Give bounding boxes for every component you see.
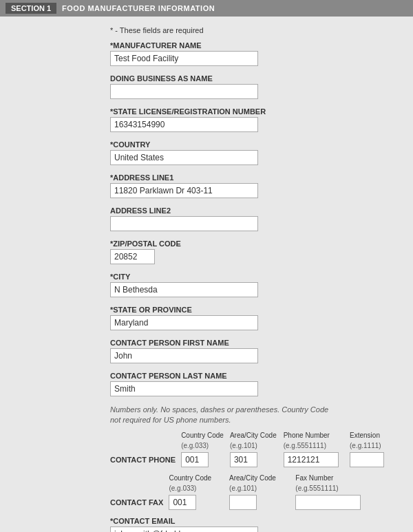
- city-label: *CITY: [110, 273, 392, 281]
- section-title: FOOD MANUFACTURER INFORMATION: [62, 4, 215, 12]
- phone-note: Numbers only. No spaces, dashes or paren…: [110, 405, 330, 426]
- contact-phone-label: CONTACT PHONE: [110, 451, 181, 469]
- dba-label: DOING BUSINESS AS NAME: [110, 74, 392, 83]
- eg-101-fax: (e.g.101): [229, 483, 295, 493]
- manufacturer-name-group: *MANUFACTURER NAME: [110, 41, 392, 66]
- section-number: SECTION 1: [6, 3, 56, 14]
- zip-label: *ZIP/POSTAL CODE: [110, 240, 392, 248]
- state-license-label: *STATE LICENSE/REGISTRATION NUMBER: [110, 107, 392, 116]
- address1-input[interactable]: [110, 183, 258, 198]
- col-phone-header: Phone Number: [284, 432, 350, 440]
- required-note: * - These fields are required: [0, 23, 413, 41]
- eg-033-fax: (e.g.033): [169, 483, 229, 493]
- city-input[interactable]: [110, 282, 258, 297]
- fax-number-input[interactable]: [295, 495, 361, 510]
- country-input[interactable]: [110, 150, 258, 165]
- fax-country-input[interactable]: [169, 495, 196, 510]
- col-ext-header: Extension: [350, 432, 392, 440]
- fax-col-area-header: Area/City Code: [229, 474, 295, 483]
- eg-1111-phone: (e.g.1111): [350, 440, 392, 451]
- phone-area-input[interactable]: [230, 452, 257, 467]
- address2-group: ADDRESS LINE2: [110, 206, 392, 231]
- address2-input[interactable]: [110, 216, 258, 231]
- country-label: *COUNTRY: [110, 140, 392, 149]
- col-area-code-header: Area/City Code: [230, 432, 284, 440]
- state-license-input[interactable]: [110, 117, 258, 132]
- address1-label: *ADDRESS LINE1: [110, 173, 392, 182]
- email-label: *CONTACT EMAIL: [110, 517, 392, 525]
- fax-area-input[interactable]: [229, 495, 257, 510]
- contact-fax-label: CONTACT FAX: [110, 493, 169, 511]
- phone-country-input[interactable]: [181, 452, 209, 467]
- eg-101-phone: (e.g.101): [230, 440, 284, 451]
- contact-last-label: CONTACT PERSON LAST NAME: [110, 372, 392, 380]
- contact-first-group: CONTACT PERSON FIRST NAME: [110, 339, 392, 363]
- contact-last-input[interactable]: [110, 381, 258, 396]
- eg-5551111-phone: (e.g.5551111): [284, 440, 350, 451]
- zip-input[interactable]: [110, 249, 155, 264]
- city-group: *CITY: [110, 273, 392, 297]
- phone-number-input[interactable]: [284, 452, 339, 467]
- address1-group: *ADDRESS LINE1: [110, 173, 392, 198]
- section-header: SECTION 1 FOOD MANUFACTURER INFORMATION: [0, 0, 413, 17]
- zip-group: *ZIP/POSTAL CODE: [110, 240, 392, 264]
- contact-first-input[interactable]: [110, 348, 258, 363]
- fax-col-country-header: Country Code: [169, 474, 229, 483]
- state-license-group: *STATE LICENSE/REGISTRATION NUMBER: [110, 107, 392, 132]
- state-label: *STATE OR PROVINCE: [110, 306, 392, 314]
- country-group: *COUNTRY: [110, 140, 392, 165]
- email-input[interactable]: [110, 526, 258, 532]
- form-body: *MANUFACTURER NAME DOING BUSINESS AS NAM…: [0, 41, 413, 532]
- col-country-code-header: Country Code: [181, 432, 230, 440]
- contact-fax-table: Country Code Area/City Code Fax Number (…: [110, 474, 392, 511]
- manufacturer-name-input[interactable]: [110, 51, 258, 66]
- contact-last-group: CONTACT PERSON LAST NAME: [110, 372, 392, 396]
- manufacturer-name-label: *MANUFACTURER NAME: [110, 41, 392, 50]
- page-wrapper: SECTION 1 FOOD MANUFACTURER INFORMATION …: [0, 0, 413, 532]
- eg-5551111-fax: (e.g.5551111): [295, 483, 392, 493]
- phone-ext-input[interactable]: [350, 452, 384, 467]
- dba-group: DOING BUSINESS AS NAME: [110, 74, 392, 99]
- eg-033-phone: (e.g.033): [181, 440, 230, 451]
- state-group: *STATE OR PROVINCE: [110, 306, 392, 330]
- contact-phone-table: Country Code Area/City Code Phone Number…: [110, 432, 392, 469]
- state-input[interactable]: [110, 315, 258, 330]
- address2-label: ADDRESS LINE2: [110, 206, 392, 215]
- dba-input[interactable]: [110, 84, 258, 99]
- fax-col-fax-header: Fax Number: [295, 474, 392, 483]
- email-group: *CONTACT EMAIL: [110, 517, 392, 532]
- contact-first-label: CONTACT PERSON FIRST NAME: [110, 339, 392, 347]
